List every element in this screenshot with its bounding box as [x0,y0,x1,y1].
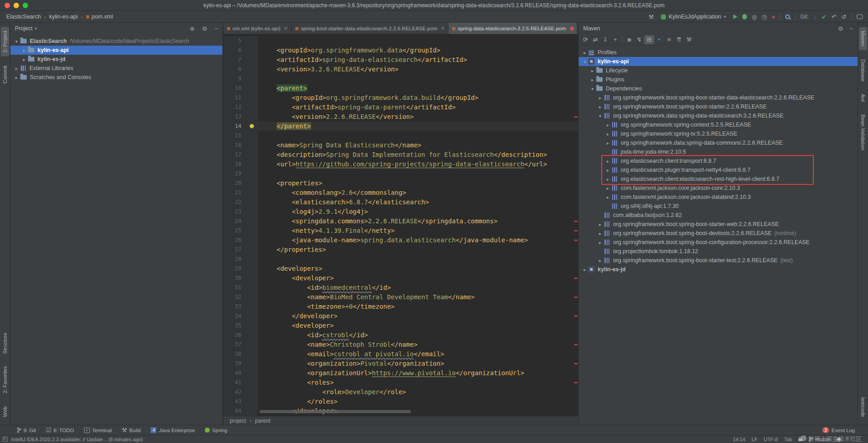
project-tree-item-kylin-es-api[interactable]: ▸kylin-es-api [10,46,222,55]
toolbar-button-execute-goal[interactable]: m [624,35,634,44]
code-line[interactable]: 30 <developer> [223,273,578,283]
error-stripe-mark[interactable] [574,382,578,383]
close-tab-icon[interactable]: × [441,25,444,32]
maven-tree-item-org-springframework-boot-spring-boot-configuration-processor-2-2-6-release[interactable]: ▸org.springframework.boot:spring-boot-co… [579,238,858,247]
code-line[interactable]: 15 [223,131,578,141]
hide-icon[interactable]: − [849,26,853,32]
code-line[interactable]: 43 </roles> [223,397,578,406]
maven-tree-item-org-projectlombok-lombok-1-18-12[interactable]: org.projectlombok:lombok:1.18.12 [579,247,858,256]
code-line[interactable]: 28 [223,254,578,264]
code-line[interactable]: 31 <id>biomedcentral</id> [223,283,578,292]
code-line[interactable]: 9 [223,74,578,84]
toolbar-button-refresh[interactable]: ⟳ [580,35,590,44]
maven-tree-item-profiles[interactable]: ▸Profiles [579,48,858,57]
breadcrumb-item-project[interactable]: project [230,418,246,424]
expand-arrow[interactable]: ▾ [13,39,20,44]
maven-tree-item-org-springframework-spring-context-5-2-5-release[interactable]: ▸org.springframework:spring-context:5.2.… [579,120,858,129]
toolbar-button-settings-sliders[interactable]: ≡ [664,35,674,44]
code-line[interactable]: 42 <role>Developer</role> [223,387,578,397]
code-line[interactable]: 5 [223,36,578,46]
toolbar-button-download-sources[interactable]: ⇩ [600,35,610,44]
inspection-errors-indicator[interactable] [570,27,574,31]
git-revert-icon[interactable]: ↶ [831,14,836,20]
close-window-button[interactable] [5,3,10,8]
expand-arrow[interactable]: ▸ [604,132,611,137]
code-line[interactable]: 34 </developer> [223,311,578,321]
toolbar-button-collapse-all[interactable]: ⇈ [674,35,684,44]
code-line[interactable]: 8 <version>3.2.6.RELEASE</version> [223,65,578,74]
git-update-icon[interactable]: ↓ [814,14,817,20]
toolwindow-button-build[interactable]: ⚒Build [117,425,146,435]
expand-arrow[interactable]: ▸ [597,95,604,100]
maven-tree-item-kylin-es-jd[interactable]: ▸mkylin-es-jd [579,265,858,274]
line-separator-widget[interactable]: LF [752,437,758,442]
error-stripe-mark[interactable] [574,316,578,317]
toolwindow-button-leetcode[interactable]: leetcode [859,394,867,420]
expand-arrow[interactable]: ▸ [604,159,611,164]
horizontal-scrollbar[interactable] [259,410,411,413]
expand-arrow[interactable]: ▸ [597,104,604,109]
maven-tree-item-org-springframework-boot-spring-boot-starter-web-2-2-6-release[interactable]: ▸org.springframework.boot:spring-boot-st… [579,220,858,229]
maven-tree-item-org-springframework-boot-spring-boot-starter-test-2-2-6-release[interactable]: ▸org.springframework.boot:spring-boot-st… [579,256,858,265]
code-line[interactable]: 25 <netty>4.1.39.Final</netty> [223,226,578,236]
code-line[interactable]: 10 <parent> [223,84,578,93]
code-line[interactable]: 19 [223,169,578,179]
code-line[interactable]: 27 </properties> [223,245,578,254]
error-stripe-mark[interactable] [574,278,578,279]
code-line[interactable]: 38 <email>cstrobl at pivotal.io</email> [223,349,578,359]
project-tree-item-elasticsearch[interactable]: ▾ElasticSearch/Volumes/MData/code/IdeaPr… [10,37,222,46]
breadcrumb-item-kylin-es-api[interactable]: kylin-es-api [49,14,78,20]
code-line[interactable]: 18 <url>https://github.com/spring-projec… [223,160,578,169]
monitor-icon[interactable] [857,14,863,19]
breadcrumb-item-pom-xml[interactable]: mpom.xml [86,14,113,20]
expand-arrow[interactable]: ▸ [581,267,588,272]
project-tree-item-kylin-es-jd[interactable]: ▸kylin-es-jd [10,55,222,64]
maven-tree-item-dependencies[interactable]: ▾Dependencies [579,84,858,93]
maven-tree-item-com-alibaba-fastjson-1-2-62[interactable]: com.alibaba:fastjson:1.2.62 [579,211,858,220]
code-line[interactable]: 32 <name>BioMed Central Development Team… [223,292,578,302]
hide-icon[interactable]: − [214,26,218,32]
maven-tree-item-kylin-es-api[interactable]: ▾mkylin-es-api [579,57,858,66]
code-line[interactable]: 21 <commonslang>2.6</commonslang> [223,188,578,198]
history-icon[interactable]: ↺ [841,14,846,20]
expand-arrow[interactable]: ▸ [597,222,604,227]
expand-arrow[interactable]: ▸ [589,68,596,73]
code-line[interactable]: 23 <log4j>2.9.1</log4j> [223,207,578,217]
build-hammer-icon[interactable]: ⚒ [649,14,654,20]
maven-tree-item-org-elasticsearch-client-elasticsearch-rest-high-level-client-6-8-7[interactable]: ▸org.elasticsearch.client:elasticsearch-… [579,174,858,184]
code-line[interactable]: 14 </parent> [223,122,578,131]
error-stripe-mark[interactable] [574,297,578,298]
maven-tree-item-plugins[interactable]: ▸Plugins [579,75,858,84]
expand-arrow[interactable]: ▸ [597,240,604,245]
code-line[interactable]: 36 <id>cstrobl</id> [223,330,578,340]
git-commit-icon[interactable]: ✔ [821,14,826,20]
gear-icon[interactable]: ⚙ [838,26,844,32]
expand-arrow[interactable]: ▾ [581,59,588,64]
locate-icon[interactable]: ⊕ [190,26,195,32]
maven-tree-item-joda-time-joda-time-2-10-5[interactable]: joda-time:joda-time:2.10.5 [579,147,858,156]
code-line[interactable]: 29 <developers> [223,264,578,273]
expand-arrow[interactable]: ▸ [21,48,28,53]
maven-tree-item-org-springframework-data-spring-data-commons-2-2-6-release[interactable]: ▸org.springframework.data:spring-data-co… [579,138,858,147]
toolbar-button-reload-projects[interactable]: ⇄ [590,35,600,44]
project-tree-item-scratches-and-consoles[interactable]: ▸Scratches and Consoles [10,73,222,82]
maven-tree-item-lifecycle[interactable]: ▸Lifecycle [579,66,858,75]
toolwindow-button-spring[interactable]: Spring [200,425,232,435]
expand-arrow[interactable]: ▸ [589,77,596,82]
coverage-icon[interactable]: ◎ [752,14,757,20]
expand-arrow[interactable]: ▸ [604,123,611,127]
project-panel-title[interactable]: Project [15,25,33,32]
maven-tree-item-org-springframework-data-spring-data-elasticsearch-3-2-6-release[interactable]: ▾org.springframework.data:spring-data-el… [579,111,858,120]
toolwindow-button-database[interactable]: Database [859,56,867,85]
maven-tree-item-org-elasticsearch-plugin-transport-netty4-client-6-8-7[interactable]: ▸org.elasticsearch.plugin:transport-nett… [579,165,858,174]
toolwindow-button-2-favorites[interactable]: 2: Favorites [1,363,9,397]
code-line[interactable]: 37 <name>Christoph Strobl</name> [223,340,578,349]
maven-tree-item-com-fasterxml-jackson-core-jackson-core-2-10-3[interactable]: ▸com.fasterxml.jackson.core:jackson-core… [579,184,858,193]
play-icon[interactable] [733,14,737,19]
breadcrumb-item-elasticsearch[interactable]: ElasticSearch [6,14,41,20]
expand-arrow[interactable]: ▸ [13,75,20,80]
breadcrumb-item-parent[interactable]: parent [255,418,270,424]
toolwindow-button-bean-validation[interactable]: Bean Validation [859,111,867,154]
indent-widget[interactable]: Tab [784,437,793,442]
expand-arrow[interactable]: ▸ [581,50,588,55]
